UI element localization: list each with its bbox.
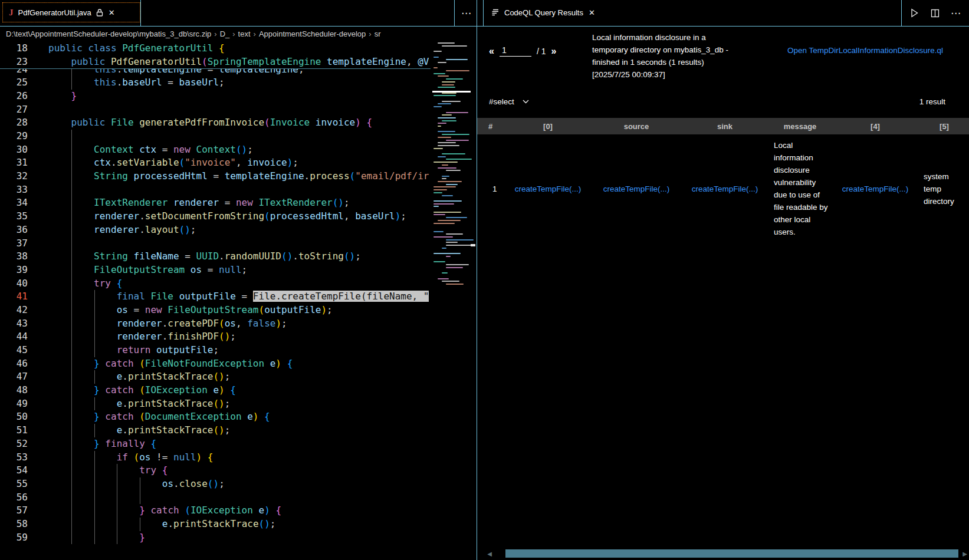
left-editor-more-actions-button[interactable]: ⋯	[458, 5, 475, 21]
breadcrumb-segment[interactable]: D:\text\AppointmentScheduler-develop\myb…	[6, 29, 211, 38]
result-location-link[interactable]: createTempFile(...)	[515, 185, 582, 193]
column-header-5[interactable]: [5]	[919, 118, 969, 134]
page-number-input[interactable]	[500, 45, 531, 57]
line-number[interactable]: 39	[0, 263, 28, 277]
horizontal-scrollbar[interactable]: ◀ ▶	[477, 549, 969, 558]
line-number[interactable]: 34	[0, 196, 28, 210]
line-number[interactable]: 44	[0, 330, 28, 344]
close-icon[interactable]: ✕	[109, 8, 115, 17]
code-line-32[interactable]: 32String processedHtml = templateEngine.…	[0, 170, 431, 183]
code-line-44[interactable]: 44renderer.finishPDF();	[0, 330, 431, 344]
line-number[interactable]: 57	[0, 504, 28, 518]
line-number[interactable]: 29	[0, 130, 28, 143]
code-line-47[interactable]: 47e.printStackTrace();	[0, 370, 431, 384]
run-query-button[interactable]	[906, 5, 922, 21]
line-number[interactable]: 33	[0, 183, 28, 197]
line-number[interactable]: 56	[0, 491, 28, 505]
scrollbar-thumb[interactable]	[505, 549, 958, 558]
split-editor-button[interactable]	[927, 5, 942, 21]
code-line-28[interactable]: 28public File generatePdfFromInvoice(Inv…	[0, 116, 431, 130]
line-number[interactable]: 25	[0, 76, 28, 90]
line-number[interactable]: 30	[0, 143, 28, 157]
code-line-29[interactable]: 29	[0, 130, 431, 143]
scroll-right-arrow[interactable]: ▶	[960, 549, 969, 558]
line-number[interactable]: 41	[0, 290, 28, 304]
column-header-[interactable]: #	[477, 118, 504, 134]
line-number[interactable]: 40	[0, 277, 28, 291]
line-number[interactable]: 46	[0, 357, 28, 371]
line-number[interactable]: 58	[0, 518, 28, 531]
code-line-51[interactable]: 51e.printStackTrace();	[0, 424, 431, 437]
code-line-37[interactable]: 37	[0, 237, 431, 251]
code-line-52[interactable]: 52} finally {	[0, 437, 431, 451]
column-header-4[interactable]: [4]	[831, 118, 919, 134]
line-number[interactable]: 31	[0, 156, 28, 170]
code-line-48[interactable]: 48} catch (IOException e) {	[0, 384, 431, 397]
code-line-55[interactable]: 55os.close();	[0, 477, 431, 491]
overview-ruler[interactable]	[471, 41, 477, 560]
result-set-selector[interactable]: #select	[489, 97, 529, 106]
line-number[interactable]: 26	[0, 90, 28, 103]
breadcrumb-segment[interactable]: sr	[375, 29, 381, 38]
code-line-33[interactable]: 33	[0, 183, 431, 197]
code-line-57[interactable]: 57} catch (IOException e) {	[0, 504, 431, 518]
breadcrumb-segment[interactable]: text	[238, 29, 251, 38]
code-line-45[interactable]: 45return outputFile;	[0, 344, 431, 357]
column-header-source[interactable]: source	[592, 118, 681, 134]
minimap[interactable]	[432, 41, 471, 295]
code-line-18[interactable]: 18public class PdfGeneratorUtil {	[0, 41, 431, 55]
code-line-43[interactable]: 43renderer.createPDF(os, false);	[0, 317, 431, 331]
line-number[interactable]: 50	[0, 410, 28, 424]
line-number[interactable]: 49	[0, 397, 28, 411]
close-icon[interactable]: ✕	[589, 8, 595, 17]
line-number[interactable]: 51	[0, 424, 28, 437]
editor-group-divider[interactable]	[477, 0, 477, 560]
open-query-file-link[interactable]: Open TempDirLocalInformationDisclosure.q…	[781, 44, 949, 57]
code-line-40[interactable]: 40try {	[0, 277, 431, 291]
line-number[interactable]: 37	[0, 237, 28, 251]
line-number[interactable]: 53	[0, 451, 28, 465]
last-page-button[interactable]: »	[551, 46, 556, 57]
code-line-36[interactable]: 36renderer.layout();	[0, 223, 431, 237]
sticky-scroll[interactable]: 18public class PdfGeneratorUtil {23publi…	[0, 41, 431, 69]
line-number[interactable]: 27	[0, 103, 28, 117]
line-number[interactable]: 42	[0, 304, 28, 317]
line-number[interactable]: 55	[0, 477, 28, 491]
code-line-38[interactable]: 38String fileName = UUID.randomUUID().to…	[0, 250, 431, 263]
result-location-link[interactable]: createTempFile(...)	[842, 185, 909, 193]
code-line-39[interactable]: 39FileOutputStream os = null;	[0, 263, 431, 277]
scroll-left-arrow[interactable]: ◀	[484, 549, 495, 558]
code-editor[interactable]: 24this.templateEngine = templateEngine;2…	[0, 41, 477, 560]
line-number[interactable]: 52	[0, 437, 28, 451]
code-line-53[interactable]: 53if (os != null) {	[0, 451, 431, 465]
line-number[interactable]: 48	[0, 384, 28, 397]
code-line-34[interactable]: 34ITextRenderer renderer = new ITextRend…	[0, 196, 431, 210]
code-line-25[interactable]: 25this.baseUrl = baseUrl;	[0, 76, 431, 90]
line-number[interactable]: 32	[0, 170, 28, 183]
more-actions-button[interactable]: ⋯	[947, 5, 965, 21]
tab-codeql-query-results[interactable]: CodeQL Query Results ✕	[485, 3, 601, 22]
column-header-0[interactable]: [0]	[504, 118, 592, 134]
first-page-button[interactable]: «	[489, 46, 494, 57]
code-line-41[interactable]: 41final File outputFile = File.createTem…	[0, 290, 431, 304]
breadcrumb-segment[interactable]: AppointmentScheduler-develop	[259, 29, 366, 38]
code-line-27[interactable]: 27	[0, 103, 431, 117]
line-number[interactable]: 38	[0, 250, 28, 263]
line-number[interactable]: 54	[0, 464, 28, 477]
line-number[interactable]: 36	[0, 223, 28, 237]
line-number[interactable]: 47	[0, 370, 28, 384]
line-number[interactable]: 18	[0, 41, 28, 55]
code-line-56[interactable]: 56	[0, 491, 431, 505]
code-line-30[interactable]: 30Context ctx = new Context();	[0, 143, 431, 157]
tab-pdfgeneratorutil[interactable]: J PdfGeneratorUtil.java ✕	[3, 3, 140, 22]
code-line-42[interactable]: 42os = new FileOutputStream(outputFile);	[0, 304, 431, 317]
result-location-link[interactable]: createTempFile(...)	[692, 185, 758, 193]
line-number[interactable]: 23	[0, 55, 28, 68]
code-line-23[interactable]: 23public PdfGeneratorUtil(SpringTemplate…	[0, 55, 431, 68]
result-location-link[interactable]: createTempFile(...)	[603, 185, 670, 193]
breadcrumb-segment[interactable]: D_	[220, 29, 230, 38]
code-line-31[interactable]: 31ctx.setVariable("invoice", invoice);	[0, 156, 431, 170]
code-line-59[interactable]: 59}	[0, 531, 431, 545]
column-header-sink[interactable]: sink	[681, 118, 769, 134]
line-number[interactable]: 35	[0, 210, 28, 223]
